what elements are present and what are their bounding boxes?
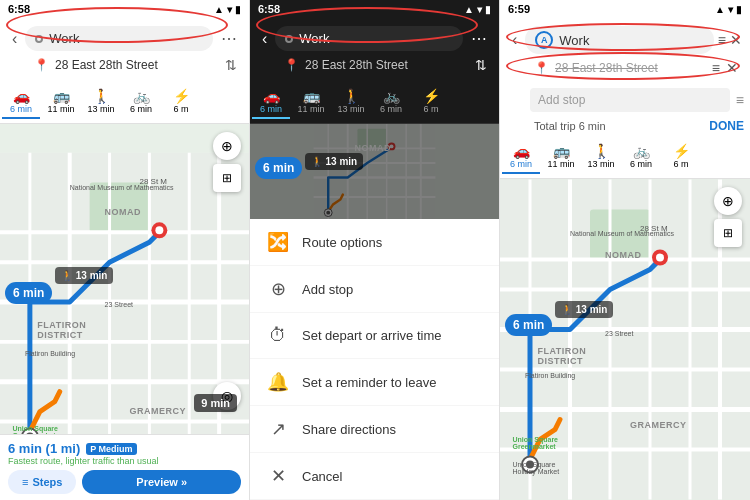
origin-input-2[interactable]: Work bbox=[299, 31, 453, 46]
23st-label-3: 23 Street bbox=[605, 330, 633, 337]
svg-point-15 bbox=[155, 226, 163, 234]
transit-time-2: 11 min bbox=[297, 104, 324, 114]
layers-button-1[interactable]: ⊞ bbox=[213, 164, 241, 192]
dest-menu-3[interactable]: ≡ bbox=[712, 60, 720, 76]
swap-button-1[interactable]: ⇅ bbox=[225, 57, 237, 73]
route-time-big-1: 6 min (1 mi) bbox=[8, 441, 80, 456]
modes-bar-1: 🚗 6 min 🚌 11 min 🚶 13 min 🚲 6 min ⚡ 6 m bbox=[0, 81, 249, 124]
signal-icon-1: ▲ bbox=[214, 4, 224, 15]
mode-ev-1[interactable]: ⚡ 6 m bbox=[162, 85, 200, 119]
menu-add-stop-2[interactable]: ⊕ Add stop bbox=[250, 266, 499, 313]
compass-button-3[interactable]: ⊕ bbox=[714, 187, 742, 215]
drive-time-2: 6 min bbox=[260, 104, 282, 114]
menu-share-2[interactable]: ↗ Share directions bbox=[250, 406, 499, 453]
search-header-3: ‹ A Work ≡ ✕ 📍 28 East 28th Street ≡ ✕ bbox=[500, 18, 750, 84]
bike-icon-2: 🚲 bbox=[383, 88, 400, 104]
back-button-1[interactable]: ‹ bbox=[8, 28, 21, 50]
battery-icon-1: ▮ bbox=[235, 4, 241, 15]
wifi-icon-3: ▾ bbox=[728, 4, 733, 15]
menu-cancel-2[interactable]: ✕ Cancel bbox=[250, 453, 499, 500]
destination-row-1: 📍 28 East 28th Street ⇅ bbox=[6, 55, 243, 77]
mode-bike-3[interactable]: 🚲 6 min bbox=[622, 140, 660, 174]
status-icons-2: ▲ ▾ ▮ bbox=[464, 4, 491, 15]
steps-button-1[interactable]: ≡ Steps bbox=[8, 470, 76, 494]
mode-drive-3[interactable]: 🚗 6 min bbox=[502, 140, 540, 174]
menu-reminder-2[interactable]: 🔔 Set a reminder to leave bbox=[250, 359, 499, 406]
panel-1: 6:58 ▲ ▾ ▮ ‹ Work ⋯ 📍 28 East 28th Stree… bbox=[0, 0, 250, 500]
mode-drive-2[interactable]: 🚗 6 min bbox=[252, 85, 290, 119]
mode-transit-1[interactable]: 🚌 11 min bbox=[42, 85, 80, 119]
menu-depart-time-2[interactable]: ⏱ Set depart or arrive time bbox=[250, 313, 499, 359]
svg-point-49 bbox=[656, 254, 664, 262]
bike-icon-3: 🚲 bbox=[633, 143, 650, 159]
more-button-2[interactable]: ⋯ bbox=[467, 27, 491, 50]
mode-bike-1[interactable]: 🚲 6 min bbox=[122, 85, 160, 119]
close-button-3[interactable]: ✕ bbox=[730, 32, 742, 48]
dest-pin-3: 📍 bbox=[534, 61, 549, 75]
back-button-2[interactable]: ‹ bbox=[258, 28, 271, 50]
mode-walk-2[interactable]: 🚶 13 min bbox=[332, 85, 370, 119]
nomad-label-3: NOMAD bbox=[605, 250, 642, 260]
drive-icon-1: 🚗 bbox=[13, 88, 30, 104]
map-bg-2: NOMAD 6 min 🚶 13 min bbox=[250, 124, 499, 219]
transit-icon-1: 🚌 bbox=[53, 88, 70, 104]
walk-time-2: 13 min bbox=[337, 104, 364, 114]
menu-route-options-2[interactable]: 🔀 Route options bbox=[250, 219, 499, 266]
mode-transit-3[interactable]: 🚌 11 min bbox=[542, 140, 580, 174]
mode-transit-2[interactable]: 🚌 11 min bbox=[292, 85, 330, 119]
signal-icon-2: ▲ bbox=[464, 4, 474, 15]
add-stop-row-3: Add stop ≡ bbox=[500, 84, 750, 116]
route-options-label-2: Route options bbox=[302, 235, 382, 250]
steps-icon-1: ≡ bbox=[22, 476, 28, 488]
transit-icon-2: 🚌 bbox=[303, 88, 320, 104]
map-bg-3: NOMAD FLATIRONDISTRICT GRAMERCY 28 St M … bbox=[500, 179, 750, 500]
status-icons-3: ▲ ▾ ▮ bbox=[715, 4, 742, 15]
search-header-1: ‹ Work ⋯ 📍 28 East 28th Street ⇅ bbox=[0, 18, 249, 81]
gramercy-label-1: GRAMERCY bbox=[129, 406, 186, 416]
mode-walk-3[interactable]: 🚶 13 min bbox=[582, 140, 620, 174]
ev-icon-1: ⚡ bbox=[173, 88, 190, 104]
walk-time-1: 13 min bbox=[87, 104, 114, 114]
museum-label-1: National Museum of Mathematics bbox=[70, 184, 120, 191]
flatiron-label-3: FLATIRONDISTRICT bbox=[538, 346, 587, 366]
stop-menu-lines-3[interactable]: ≡ bbox=[736, 92, 744, 108]
add-stop-input-3[interactable]: Add stop bbox=[530, 88, 730, 112]
wifi-icon-2: ▾ bbox=[477, 4, 482, 15]
mode-ev-3[interactable]: ⚡ 6 m bbox=[662, 140, 700, 174]
dest-address-2: 28 East 28th Street bbox=[305, 58, 469, 72]
time-3: 6:59 bbox=[508, 3, 530, 15]
mode-walk-1[interactable]: 🚶 13 min bbox=[82, 85, 120, 119]
swap-button-2[interactable]: ⇅ bbox=[475, 57, 487, 73]
origin-input-1[interactable]: Work bbox=[49, 31, 203, 46]
traffic-info-1: Fastest route, lighter traffic than usua… bbox=[8, 456, 241, 466]
search-box-2[interactable]: Work bbox=[275, 26, 463, 51]
union-sq-label-3: Union SquareGreenmarket bbox=[513, 436, 559, 450]
mode-drive-1[interactable]: 🚗 6 min bbox=[2, 85, 40, 119]
transit-icon-3: 🚌 bbox=[553, 143, 570, 159]
done-button-3[interactable]: DONE bbox=[709, 119, 744, 133]
back-button-3[interactable]: ‹ bbox=[508, 29, 521, 51]
bike-icon-1: 🚲 bbox=[133, 88, 150, 104]
preview-label-1: Preview » bbox=[136, 476, 187, 488]
status-bar-2: 6:58 ▲ ▾ ▮ bbox=[250, 0, 499, 18]
menu-list-2: 🔀 Route options ⊕ Add stop ⏱ Set depart … bbox=[250, 219, 499, 500]
cancel-label-2: Cancel bbox=[302, 469, 342, 484]
compass-button-1[interactable]: ⊕ bbox=[213, 132, 241, 160]
mode-bike-2[interactable]: 🚲 6 min bbox=[372, 85, 410, 119]
walk-icon-badge-1: 🚶 bbox=[61, 270, 73, 281]
origin-input-3[interactable]: Work bbox=[559, 33, 704, 48]
panel-2: 6:58 ▲ ▾ ▮ ‹ Work ⋯ 📍 28 East 28th Stree… bbox=[250, 0, 500, 500]
dest-close-3[interactable]: ✕ bbox=[726, 60, 738, 76]
layers-button-3[interactable]: ⊞ bbox=[714, 219, 742, 247]
depart-time-label-2: Set depart or arrive time bbox=[302, 328, 441, 343]
preview-button-1[interactable]: Preview » bbox=[82, 470, 241, 494]
transit-time-1: 11 min bbox=[47, 104, 74, 114]
menu-lines-btn-3[interactable]: ≡ bbox=[718, 32, 726, 48]
more-button-1[interactable]: ⋯ bbox=[217, 27, 241, 50]
search-box-3[interactable]: A Work bbox=[525, 26, 714, 54]
origin-dot-2 bbox=[285, 35, 293, 43]
search-box-1[interactable]: Work bbox=[25, 26, 213, 51]
mode-ev-2[interactable]: ⚡ 6 m bbox=[412, 85, 450, 119]
add-stop-icon-2: ⊕ bbox=[266, 278, 290, 300]
walk-icon-3: 🚶 bbox=[593, 143, 610, 159]
